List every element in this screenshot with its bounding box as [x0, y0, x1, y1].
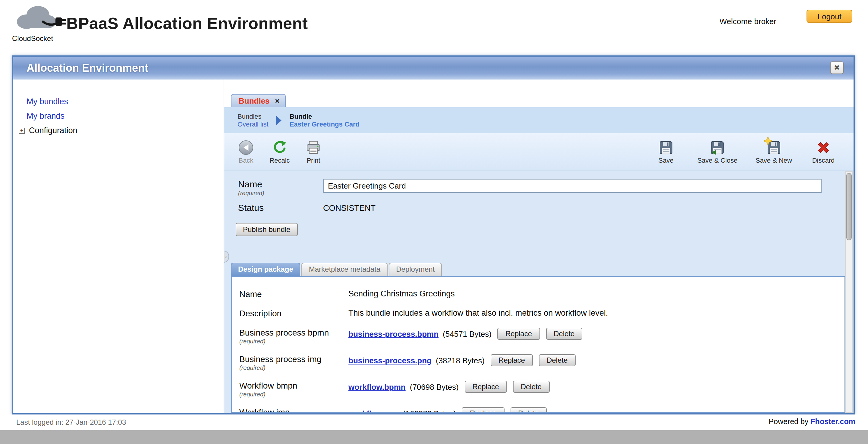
file-link[interactable]: business-process.bpmn: [348, 329, 438, 338]
window-title: Allocation Environment: [27, 62, 148, 74]
discard-button[interactable]: Discard: [810, 139, 837, 164]
delete-button[interactable]: Delete: [513, 381, 550, 393]
tab-design-package[interactable]: Design package: [231, 263, 301, 276]
package-name-row: Name Sending Christmas Greetings: [239, 289, 844, 309]
star-icon: [764, 136, 772, 147]
save-label: Save: [658, 156, 674, 164]
tab-deployment[interactable]: Deployment: [389, 263, 442, 276]
save-button[interactable]: Save: [653, 139, 679, 164]
back-button[interactable]: Back: [233, 139, 259, 164]
cloud-plug-icon: [12, 2, 67, 36]
toolbar: Back Recalc: [224, 133, 854, 170]
row-value: Sending Christmas Greetings: [348, 289, 455, 298]
workflow-img-row: Workflow img workflow.png (169876 Bytes)…: [239, 407, 844, 413]
workspace-tabstrip: Bundles ×: [224, 80, 854, 107]
save-new-label: Save & New: [755, 156, 792, 164]
back-icon: [238, 139, 254, 155]
save-close-label: Save & Close: [698, 156, 738, 164]
status-label: Status: [238, 202, 323, 213]
design-package-panel: Name Sending Christmas Greetings Descrip…: [231, 276, 846, 413]
expand-plus-icon[interactable]: +: [19, 128, 25, 134]
replace-button[interactable]: Replace: [462, 407, 504, 413]
breadcrumb-arrow-icon: [276, 115, 282, 125]
back-label: Back: [239, 156, 253, 164]
recalc-icon: [272, 139, 287, 155]
cloudsocket-logo: CloudSocket: [11, 2, 69, 43]
app-header: CloudSocket BPaaS Allocation Environment…: [0, 0, 868, 56]
tab-bundles[interactable]: Bundles ×: [231, 94, 286, 107]
sidebar-item-my-bundles[interactable]: My bundles: [27, 95, 224, 108]
vertical-scrollbar[interactable]: [845, 171, 853, 413]
file-link[interactable]: business-process.png: [348, 356, 432, 365]
page: CloudSocket BPaaS Allocation Environment…: [0, 0, 868, 444]
breadcrumb: Bundles Overall list Bundle Easter Greet…: [224, 107, 854, 133]
breadcrumb-bundles[interactable]: Bundles Overall list: [238, 113, 269, 128]
row-label: Workflow bmpn: [239, 381, 348, 390]
delete-button[interactable]: Delete: [510, 407, 547, 413]
crumb-line1: Bundles: [238, 113, 269, 120]
bundle-form: Name (required) Status CONSISTENT Publis…: [224, 170, 854, 413]
file-link[interactable]: workflow.png: [348, 409, 399, 413]
page-footer: Last logged in: 27-Jan-2016 17:03 Powere…: [0, 414, 868, 430]
page-bottom-strip: [0, 430, 868, 444]
save-icon: [658, 139, 674, 155]
recalc-label: Recalc: [270, 156, 290, 164]
logo-caption: CloudSocket: [11, 34, 69, 43]
name-row: Name (required): [238, 179, 854, 196]
save-close-button[interactable]: Save & Close: [698, 139, 738, 164]
file-size: (70698 Bytes): [410, 382, 459, 391]
file-size: (169876 Bytes): [403, 409, 456, 413]
save-new-icon: [766, 139, 781, 155]
bundle-name-input[interactable]: [323, 179, 822, 193]
sidebar-item-configuration[interactable]: + Configuration: [19, 124, 224, 137]
tab-bundles-label: Bundles: [239, 96, 270, 105]
logout-button[interactable]: Logout: [807, 10, 852, 23]
status-row: Status CONSISTENT: [238, 202, 854, 213]
row-required-note: (required): [239, 338, 348, 345]
scrollbar-thumb[interactable]: [846, 173, 852, 241]
name-required-note: (required): [238, 190, 323, 196]
status-value: CONSISTENT: [323, 202, 375, 213]
app-title: BPaaS Allocation Environment: [66, 14, 308, 33]
row-required-note: (required): [239, 391, 348, 398]
window-body: My bundles My brands + Configuration Bun…: [13, 80, 854, 413]
content-area: Bundles × Bundles Overall list Bundle Ea…: [224, 80, 854, 413]
fhoster-link[interactable]: Fhoster.com: [810, 417, 855, 426]
toolbar-right-group: Save: [653, 139, 837, 164]
sidebar: My bundles My brands + Configuration: [13, 80, 224, 413]
print-label: Print: [307, 156, 320, 164]
last-login-text: Last logged in: 27-Jan-2016 17:03: [16, 418, 126, 426]
save-new-button[interactable]: Save & New: [755, 139, 792, 164]
sidebar-item-my-brands[interactable]: My brands: [27, 109, 224, 123]
welcome-text: Welcome broker: [719, 17, 776, 26]
recalc-button[interactable]: Recalc: [267, 139, 293, 164]
allocation-environment-window: Allocation Environment ✖ My bundles My b…: [12, 56, 855, 414]
row-label: Name: [239, 289, 348, 299]
replace-button[interactable]: Replace: [498, 328, 540, 340]
print-icon: [306, 139, 321, 155]
replace-button[interactable]: Replace: [465, 381, 507, 393]
bp-bpmn-row: Business process bpmn (required) busines…: [239, 328, 844, 354]
replace-button[interactable]: Replace: [491, 354, 533, 366]
delete-button[interactable]: Delete: [539, 354, 575, 366]
configuration-label: Configuration: [29, 124, 78, 137]
crumb-line1: Bundle: [290, 113, 360, 120]
publish-bundle-button[interactable]: Publish bundle: [236, 223, 298, 236]
window-close-button[interactable]: ✖: [830, 61, 844, 74]
print-button[interactable]: Print: [300, 139, 327, 164]
file-link[interactable]: workflow.bpmn: [348, 382, 406, 391]
breadcrumb-bundle-current[interactable]: Bundle Easter Greetings Card: [290, 113, 360, 128]
row-label: Workflow img: [239, 407, 348, 413]
close-icon: ✖: [834, 64, 840, 72]
file-size: (54571 Bytes): [443, 329, 492, 338]
tab-close-icon[interactable]: ×: [275, 97, 280, 104]
powered-by-text: Powered by: [769, 417, 808, 426]
package-description-row: Description This bundle includes a workf…: [239, 309, 844, 328]
delete-button[interactable]: Delete: [546, 328, 582, 340]
crumb-line2: Easter Greetings Card: [290, 120, 360, 128]
window-header: Allocation Environment ✖: [13, 57, 854, 80]
row-label: Business process bpmn: [239, 328, 348, 337]
chevron-left-icon: ‹: [225, 254, 227, 260]
workflow-bpmn-row: Workflow bmpn (required) workflow.bpmn (…: [239, 381, 844, 407]
tab-marketplace-metadata[interactable]: Marketplace metadata: [302, 263, 388, 276]
